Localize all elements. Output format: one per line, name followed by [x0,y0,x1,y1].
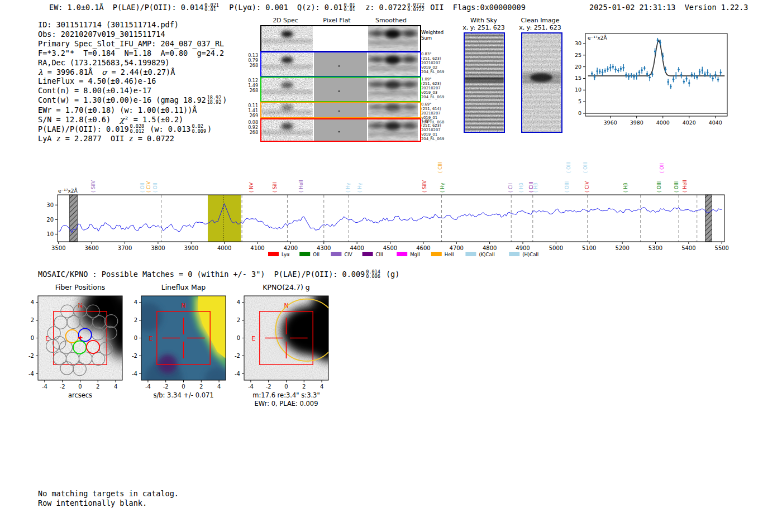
svg-text:2: 2 [302,384,306,390]
spectral-line-label: ( CIV [146,181,151,193]
strip-right-labels: 0.83"(251, 623)20210207v019_02204_RL_069 [421,52,444,74]
svg-text:s/b: 3.34 +/- 0.071: s/b: 3.34 +/- 0.071 [153,391,213,399]
svg-text:3800: 3800 [151,245,165,251]
spectral-line-label: ( CIV [584,181,590,193]
svg-text:4000: 4000 [217,245,231,251]
svg-text:4040: 4040 [709,119,722,126]
clean-title: Clean Image [521,17,559,24]
svg-text:E: E [149,335,152,342]
svg-text:3980: 3980 [630,119,643,126]
svg-text:4: 4 [134,299,137,305]
spectral-line-label: ( SiII [272,182,278,193]
info-line: Obs: 20210207v019_3011511714 [38,30,227,39]
svg-text:3900: 3900 [184,245,198,251]
svg-text:4000: 4000 [656,119,670,126]
strip-right-labels: 1.88"(251, 623)20210207v019_01204_RL_069 [421,119,444,141]
strip-right-labels: WeightedSum [421,30,444,41]
lineflux-map: Lineflux Map-4-2024420-2-4NEs/b: 3.34 +/… [123,281,244,412]
elixer-report-page: EW: 1.0±0.1Å P(LAE)/P(OII): 0.0140.0210.… [0,0,782,532]
svg-text:CIII: CIII [376,252,383,257]
footer-line-2: Row intentionally blank. [38,499,179,508]
clean-coords: x, y: 251, 623 [519,24,561,31]
spectral-line-label: ( CIII [437,162,443,173]
info-line: RA,Dec (173.215683,54.199829) [38,58,227,68]
svg-text:-2: -2 [28,353,34,359]
spectral-line-label: ( OIII [674,181,679,193]
svg-text:5300: 5300 [649,245,662,251]
spectral-line-label: ( SiIV [422,180,427,193]
spectral-line-label: ( Hγ [345,183,351,193]
info-line: S/N = 12.8(±0.6) χ² = 1.5(±0.2) [38,115,227,124]
svg-text:E: E [251,335,255,342]
svg-text:4: 4 [31,299,34,305]
svg-text:MgII: MgII [410,252,420,257]
spectral-line-label: ( NV [249,183,254,193]
svg-text:3960: 3960 [604,119,617,126]
svg-text:3600: 3600 [84,245,98,251]
svg-text:10: 10 [46,231,54,237]
info-line: λ = 3996.81Å σ = 2.44(±0.27)Å [38,68,227,77]
withsky-coords: x, y: 251, 623 [462,24,504,31]
info-line: Cont(w) = 1.30(±0.00)e-16 (gmag 18.9218.… [38,95,227,106]
svg-text:0: 0 [78,384,82,390]
info-line: Primary Spec_Slot_IFU_AMP: 204_087_037_R… [38,39,227,49]
svg-text:5: 5 [578,98,581,104]
spectral-line-label: ( OIII [583,162,588,173]
svg-text:3700: 3700 [118,245,132,251]
svg-text:-4: -4 [42,384,47,390]
full-spectrum-plot: 3500360037003800390040004100420043004400… [34,154,760,262]
spectral-line-label: ( Hγ [357,183,363,193]
svg-text:20: 20 [575,64,581,70]
svg-text:-2: -2 [132,353,137,359]
clean-image [521,32,562,133]
svg-text:0: 0 [578,110,581,116]
svg-text:CIV: CIV [344,252,352,257]
svg-text:5200: 5200 [615,245,629,251]
svg-text:-4: -4 [132,371,137,377]
svg-text:15: 15 [575,75,581,81]
svg-text:EWr: 0, PLAE: 0.009: EWr: 0, PLAE: 0.009 [255,400,318,408]
header-summary: EW: 1.0±0.1Å P(LAE)/P(OII): 0.0140.0210.… [49,3,526,13]
spectral-line-label: ( OII [140,183,145,193]
strip-left-labels: 0.130.79268 [245,53,258,68]
spectral-line-label: ( Hβ [623,183,628,193]
svg-text:2: 2 [237,317,240,323]
svg-text:5500: 5500 [715,245,729,251]
withsky-image [464,32,505,133]
info-line: Cont(n) = 8.00(±0.14)e-17 [38,86,227,95]
svg-text:(K)CaII: (K)CaII [479,252,494,257]
svg-text:2: 2 [31,317,34,323]
svg-text:4: 4 [114,384,117,390]
svg-text:30: 30 [46,202,54,208]
spectral-line-label: ( HeII [298,180,304,193]
spectral-line-label: ( OIII [564,181,570,193]
col-header-smoothed: Smoothed [375,17,407,24]
svg-text:e⁻¹⁷x2Å: e⁻¹⁷x2Å [588,35,608,41]
spectral-line-label: ( Hβ [518,183,524,193]
detection-info-block: ID: 3011511714 (3011511714.pdf)Obs: 2021… [38,20,227,143]
spectral-line-label: ( CII [508,183,513,193]
svg-text:2: 2 [96,384,99,390]
info-line: ID: 3011511714 (3011511714.pdf) [38,20,227,30]
svg-text:0: 0 [182,384,185,390]
col-header-2dspec: 2D Spec [273,17,298,24]
footer-line-1: No matching targets in catalog. [38,489,179,499]
svg-text:N: N [78,302,82,309]
spectral-line-label: ( OII [152,183,158,193]
strip-left-labels: 0.080.92268 [245,120,258,135]
svg-text:4900: 4900 [516,245,530,251]
svg-text:2: 2 [199,384,203,390]
spectral-line-label: ( SiIV [90,180,96,193]
svg-text:OII: OII [313,252,320,257]
svg-text:-2: -2 [266,384,271,390]
svg-text:20: 20 [46,217,54,223]
svg-text:2: 2 [134,317,137,323]
strip-right-labels: 1.09"(251, 623)20210207v019_03204_RL_069 [421,77,444,99]
catalog-matches-line: MOSAIC/KPNO : Possible Matches = 0 (with… [38,270,399,280]
svg-text:4: 4 [217,384,221,390]
svg-text:0: 0 [31,335,34,341]
svg-text:KPNO(24.7) g: KPNO(24.7) g [263,283,309,291]
svg-text:Fiber Positions: Fiber Positions [55,283,106,291]
svg-text:0: 0 [134,335,137,341]
svg-text:(H)CaII: (H)CaII [522,252,538,257]
